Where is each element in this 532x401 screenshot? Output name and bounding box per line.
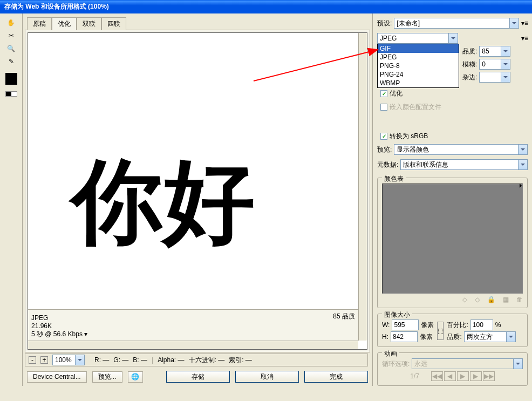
- info-size: 21.96K: [31, 322, 87, 330]
- settings-panel: 预设: [未命名] ▾≡ JPEG ▾≡ GIF JPEG PNG-8 PNG-…: [372, 13, 532, 386]
- save-button[interactable]: 存储: [166, 371, 230, 383]
- next-frame-icon: ▶: [470, 371, 482, 381]
- zoom-combo[interactable]: 100%: [52, 355, 85, 365]
- percent-label: 百分比:: [447, 321, 468, 330]
- preview-combo[interactable]: 显示器颜色: [394, 144, 528, 155]
- tab-original[interactable]: 原稿: [27, 17, 52, 30]
- color-table-group: 颜色表 ◇ ◇ 🔒 ▦ 🗑: [377, 178, 528, 308]
- format-flyout-icon[interactable]: ▾≡: [521, 35, 528, 42]
- prev-frame-icon: ◀: [444, 371, 456, 381]
- embed-profile-label: 嵌入颜色配置文件: [390, 103, 441, 112]
- resample-combo[interactable]: 两次立方: [464, 331, 516, 342]
- quality-input[interactable]: 85: [479, 46, 510, 57]
- metadata-combo[interactable]: 版权和联系信息: [400, 159, 528, 170]
- embed-profile-checkbox: [380, 104, 387, 111]
- blur-input[interactable]: 0: [479, 59, 510, 70]
- w-label: W:: [382, 321, 390, 329]
- done-button[interactable]: 完成: [304, 371, 368, 383]
- status-r: R: —: [94, 356, 109, 364]
- loop-label: 循环选项:: [382, 359, 410, 369]
- tab-4up[interactable]: 四联: [101, 17, 126, 30]
- format-combo[interactable]: JPEG: [377, 33, 458, 44]
- left-toolbar: ✋ ✂ 🔍 ✎: [0, 13, 23, 386]
- info-menu-icon[interactable]: ▾: [84, 330, 87, 338]
- width-input[interactable]: [392, 320, 419, 330]
- status-g: G: —: [113, 356, 128, 364]
- srgb-label: 转换为 sRGB: [390, 132, 428, 141]
- format-option-png8[interactable]: PNG-8: [378, 62, 459, 70]
- optimize-checkbox-row[interactable]: 优化: [380, 89, 528, 98]
- canvas[interactable]: 你好 85 品质 JPEG 21.96K 5 秒 @ 56.6 Kbps ▾: [28, 32, 367, 350]
- ct-icon-2[interactable]: ◇: [475, 296, 480, 303]
- first-frame-icon: ◀◀: [431, 371, 443, 381]
- slice-tool-icon[interactable]: ✂: [4, 30, 18, 42]
- format-option-png24[interactable]: PNG-24: [378, 70, 459, 79]
- format-dropdown-list: GIF JPEG PNG-8 PNG-24 WBMP: [377, 44, 459, 88]
- preview-quality-readout: 85 品质: [333, 312, 355, 329]
- color-table[interactable]: [382, 183, 523, 294]
- status-index: 索引: —: [229, 356, 252, 365]
- preview-button[interactable]: 预览...: [92, 371, 122, 383]
- animation-title: 动画: [382, 349, 399, 358]
- canvas-frame: 你好 85 品质 JPEG 21.96K 5 秒 @ 56.6 Kbps ▾: [25, 30, 370, 352]
- optimize-label: 优化: [390, 89, 403, 98]
- height-input[interactable]: [391, 331, 418, 342]
- px-label-1: 像素: [421, 321, 434, 330]
- window-titlebar: 存储为 Web 和设备所用格式 (100%): [0, 0, 532, 13]
- loop-combo: 永远: [412, 358, 523, 369]
- play-icon: ▶: [457, 371, 469, 381]
- px-label-2: 像素: [420, 332, 433, 342]
- format-option-gif[interactable]: GIF: [378, 44, 459, 53]
- status-hex: 十六进制: —: [189, 356, 225, 365]
- zoom-plus-icon[interactable]: +: [40, 356, 48, 364]
- color-table-flyout-icon[interactable]: [520, 183, 524, 188]
- cancel-button[interactable]: 取消: [235, 371, 299, 383]
- info-speed: 5 秒 @ 56.6 Kbps: [31, 330, 83, 338]
- h-label: H:: [382, 333, 388, 341]
- eyedropper-tool-icon[interactable]: ✎: [4, 56, 18, 67]
- zoom-minus-icon[interactable]: -: [29, 356, 36, 364]
- animation-group: 动画 循环选项: 永远 1/7 ◀◀ ◀ ▶ ▶ ▶▶: [377, 352, 528, 386]
- srgb-row[interactable]: 转换为 sRGB: [380, 132, 528, 141]
- device-central-button[interactable]: Device Central...: [27, 371, 87, 383]
- format-option-wbmp[interactable]: WBMP: [378, 79, 459, 87]
- toggle-swatch-icon[interactable]: [5, 91, 17, 97]
- last-frame-icon: ▶▶: [483, 371, 495, 381]
- status-alpha: Alpha: —: [158, 356, 184, 364]
- ct-icon-4[interactable]: ▦: [503, 296, 509, 303]
- hand-tool-icon[interactable]: ✋: [4, 17, 18, 29]
- preview-info: JPEG 21.96K 5 秒 @ 56.6 Kbps ▾: [31, 314, 87, 338]
- matte-combo[interactable]: [479, 72, 510, 83]
- preset-combo[interactable]: [未命名]: [394, 18, 519, 29]
- percent-input[interactable]: [470, 320, 493, 330]
- image-size-group: 图像大小 W: 像素 H: 像素 ⬚: [377, 314, 528, 347]
- color-swatch[interactable]: [5, 73, 17, 85]
- optimize-checkbox[interactable]: [380, 90, 387, 97]
- frame-counter: 1/7: [410, 372, 419, 380]
- tab-2up[interactable]: 双联: [77, 17, 101, 30]
- browser-preview-icon[interactable]: 🌐: [128, 371, 143, 383]
- preset-flyout-icon[interactable]: ▾≡: [521, 19, 528, 27]
- tab-optimized[interactable]: 优化: [52, 17, 77, 30]
- window-title: 存储为 Web 和设备所用格式 (100%): [4, 2, 109, 11]
- color-table-title: 颜色表: [382, 174, 406, 183]
- preview-label: 预览:: [377, 145, 392, 154]
- link-dimensions-icon[interactable]: ⬚: [437, 322, 444, 340]
- preset-label: 预设:: [377, 19, 392, 28]
- blur-label: 模糊:: [462, 60, 477, 69]
- ct-icon-1[interactable]: ◇: [462, 296, 467, 303]
- vertical-scrollbar[interactable]: [358, 33, 367, 341]
- image-size-title: 图像大小: [382, 310, 412, 320]
- percent-symbol: %: [495, 321, 501, 329]
- ct-lock-icon[interactable]: 🔒: [487, 296, 495, 303]
- matte-label: 杂边:: [462, 73, 477, 82]
- zoom-tool-icon[interactable]: 🔍: [4, 43, 18, 55]
- srgb-checkbox[interactable]: [380, 133, 387, 140]
- ct-trash-icon[interactable]: 🗑: [516, 296, 523, 303]
- horizontal-scrollbar[interactable]: [28, 341, 358, 349]
- format-option-jpeg[interactable]: JPEG: [378, 53, 459, 62]
- info-format: JPEG: [31, 314, 87, 322]
- metadata-label: 元数据:: [377, 160, 398, 169]
- resample-quality-label: 品质:: [447, 332, 461, 342]
- status-b: B: —: [133, 356, 147, 364]
